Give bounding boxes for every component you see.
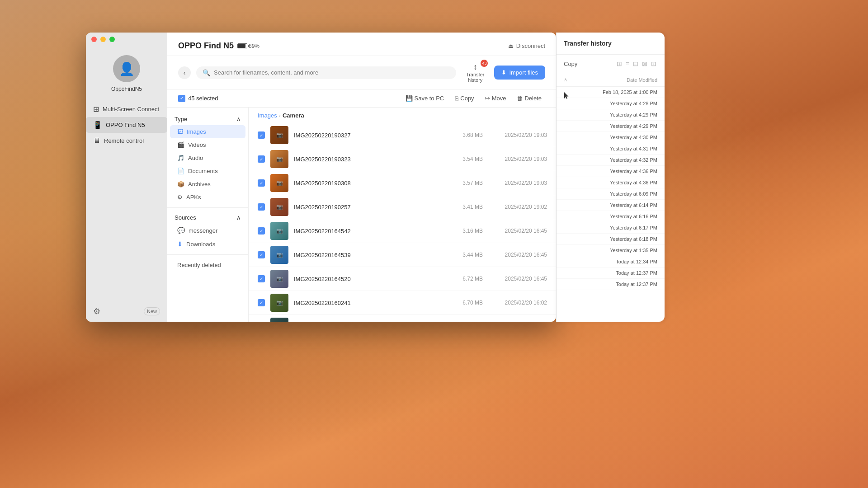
move-label: Move [492, 95, 506, 102]
history-date-10: Yesterday at 6:14 PM [610, 202, 657, 208]
type-item-images[interactable]: 🖼 Images [170, 125, 245, 138]
history-item: Yesterday at 4:36 PM [557, 177, 665, 188]
select-all[interactable]: ✓ 45 selected [178, 95, 218, 102]
audio-icon: 🎵 [177, 155, 184, 161]
table-row[interactable]: ✓ 📷 IMG20250220164520 6.72 MB 2025/02/20… [249, 267, 556, 291]
file-size-7: 6.70 MB [451, 300, 483, 306]
row-checkbox-5[interactable]: ✓ [258, 251, 265, 258]
file-name-6: IMG20250220164520 [294, 276, 446, 282]
settings-button[interactable]: ⚙ [93, 306, 100, 316]
column-view-button[interactable]: ⊟ [632, 59, 639, 68]
file-size-3: 3.41 MB [451, 204, 483, 210]
file-date-7: 2025/02/20 16:02 [488, 300, 547, 306]
panel-view-button[interactable]: ⊠ [641, 59, 648, 68]
table-row[interactable]: ✓ 📷 IMG20250220160237 4.95 MB 2025/02/20… [249, 315, 556, 322]
file-thumbnail-2: 📷 [270, 174, 288, 192]
sidebar-item-label-oppo: OPPO Find N5 [106, 122, 145, 128]
maximize-button[interactable] [109, 37, 115, 42]
history-date-2: Yesterday at 4:29 PM [610, 112, 657, 117]
list-view-button[interactable]: ≡ [625, 59, 630, 68]
source-item-downloads[interactable]: ⬇ Downloads [170, 237, 245, 251]
avatar: 👤 [113, 55, 140, 82]
file-name-5: IMG20250220164539 [294, 252, 446, 258]
type-item-audio[interactable]: 🎵 Audio [170, 151, 245, 164]
delete-label: Delete [524, 95, 542, 102]
import-files-button[interactable]: ⬇ Import files [494, 66, 545, 80]
table-row[interactable]: ✓ 📷 IMG20250220164539 3.44 MB 2025/02/20… [249, 243, 556, 267]
row-checkbox-3[interactable]: ✓ [258, 203, 265, 211]
history-date-13: Yesterday at 6:18 PM [610, 236, 657, 242]
sidebar-item-remote-control[interactable]: 🖥 Remote control [86, 133, 167, 148]
transfer-history-label: Transferhistory [466, 72, 485, 83]
camera-icon: 📷 [276, 276, 283, 282]
fullscreen-view-button[interactable]: ⊡ [650, 59, 657, 68]
type-item-documents[interactable]: 📄 Documents [170, 164, 245, 178]
file-date-0: 2025/02/20 19:03 [488, 132, 547, 138]
type-item-archives[interactable]: 📦 Archives [170, 178, 245, 191]
history-item: Yesterday at 6:18 PM [557, 234, 665, 245]
history-item: Yesterday at 4:32 PM [557, 155, 665, 166]
type-item-apks[interactable]: ⚙ APKs [170, 191, 245, 204]
row-checkbox-7[interactable]: ✓ [258, 299, 265, 306]
recently-deleted-item[interactable]: Recently deleted [170, 258, 245, 272]
sidebar-item-oppo-find[interactable]: 📱 OPPO Find N5 [86, 117, 167, 133]
file-size-0: 3.68 MB [451, 132, 483, 138]
documents-label: Documents [188, 168, 218, 174]
messenger-label: messenger [189, 227, 217, 234]
date-modified-label: Date Modified [627, 77, 657, 83]
grid-view-button[interactable]: ⊞ [616, 59, 623, 68]
file-name-2: IMG20250220190308 [294, 180, 446, 187]
table-row[interactable]: ✓ 📷 IMG20250220190308 3.57 MB 2025/02/20… [249, 171, 556, 195]
history-date-15: Today at 12:34 PM [616, 259, 657, 264]
close-button[interactable] [91, 37, 97, 42]
table-row[interactable]: ✓ 📷 IMG20250220164542 3.16 MB 2025/02/20… [249, 219, 556, 243]
apks-label: APKs [186, 194, 201, 201]
history-date-9: Yesterday at 6:09 PM [610, 191, 657, 197]
file-size-6: 6.72 MB [451, 276, 483, 282]
type-item-videos[interactable]: 🎬 Videos [170, 138, 245, 151]
import-icon: ⬇ [501, 69, 506, 76]
videos-icon: 🎬 [177, 141, 184, 148]
file-name-1: IMG20250220190323 [294, 156, 446, 163]
file-date-1: 2025/02/20 19:03 [488, 156, 547, 162]
copy-button[interactable]: ⎘ Copy [451, 93, 477, 103]
minimize-button[interactable] [100, 37, 106, 42]
sidebar-device-name: OppoFindN5 [111, 86, 142, 92]
file-name-7: IMG20250220160241 [294, 300, 446, 306]
panel-divider [167, 207, 248, 208]
back-button[interactable]: ‹ [178, 66, 191, 79]
phone-icon: 📱 [93, 121, 102, 129]
toolbar: ‹ 🔍 43 ↕ Transferhistory ⬇ Import files [167, 56, 556, 89]
transfer-history-button[interactable]: 43 ↕ Transferhistory [462, 61, 489, 84]
row-checkbox-6[interactable]: ✓ [258, 275, 265, 282]
new-badge: New [144, 307, 160, 315]
history-item: Feb 18, 2025 at 1:00 PM [557, 87, 665, 98]
breadcrumb-parent[interactable]: Images [258, 112, 277, 119]
row-checkbox-2[interactable]: ✓ [258, 179, 265, 187]
camera-icon: 📷 [276, 228, 283, 234]
table-row[interactable]: ✓ 📷 IMG20250220190327 3.68 MB 2025/02/20… [249, 123, 556, 147]
row-checkbox-4[interactable]: ✓ [258, 227, 265, 235]
delete-button[interactable]: 🗑 Delete [513, 93, 545, 103]
camera-icon: 📷 [276, 252, 283, 258]
sources-section-header[interactable]: Sources ∧ [167, 211, 248, 224]
file-thumbnail-4: 📷 [270, 222, 288, 240]
search-input[interactable] [214, 69, 450, 76]
type-section-header[interactable]: Type ∧ [167, 113, 248, 125]
sidebar-item-multi-screen[interactable]: ⊞ Multi-Screen Connect [86, 101, 167, 117]
camera-icon: 📷 [276, 132, 283, 138]
history-item: Today at 12:34 PM [557, 256, 665, 267]
row-checkbox-0[interactable]: ✓ [258, 131, 265, 139]
table-row[interactable]: ✓ 📷 IMG20250220190323 3.54 MB 2025/02/20… [249, 147, 556, 171]
source-item-messenger[interactable]: 💬 messenger [170, 224, 245, 237]
search-icon: 🔍 [203, 69, 210, 76]
save-to-pc-button[interactable]: 💾 Save to PC [402, 93, 448, 103]
row-checkbox-1[interactable]: ✓ [258, 155, 265, 163]
history-item: Yesterday at 4:31 PM [557, 143, 665, 155]
table-row[interactable]: ✓ 📷 IMG20250220190257 3.41 MB 2025/02/20… [249, 195, 556, 219]
move-button[interactable]: ↦ Move [481, 93, 510, 103]
sort-chevron: ∧ [564, 77, 567, 83]
selected-count: 45 selected [188, 95, 218, 102]
table-row[interactable]: ✓ 📷 IMG20250220160241 6.70 MB 2025/02/20… [249, 291, 556, 315]
select-all-checkbox[interactable]: ✓ [178, 95, 185, 102]
